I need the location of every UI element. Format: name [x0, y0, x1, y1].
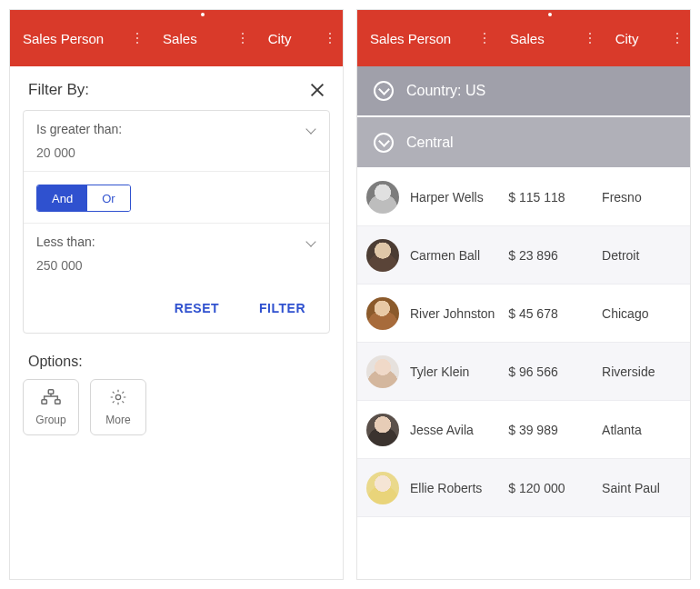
- active-indicator-icon: [548, 13, 552, 16]
- cell-sales-person: Jesse Avila: [357, 414, 503, 446]
- kebab-icon[interactable]: [477, 33, 497, 44]
- person-name: Harper Wells: [410, 190, 484, 205]
- svg-rect-2: [55, 400, 61, 404]
- group-row-region[interactable]: Central: [357, 117, 690, 168]
- logic-row: And Or: [24, 172, 329, 224]
- avatar: [366, 414, 399, 446]
- grid-panel: Sales Person Sales City Country: US Cent…: [356, 9, 691, 580]
- grid-header: Sales Person Sales City: [10, 10, 343, 66]
- expand-icon: [374, 81, 394, 101]
- filter-actions: RESET FILTER: [24, 284, 329, 333]
- options-title: Options:: [23, 350, 330, 379]
- option-buttons: Group More: [23, 379, 330, 435]
- person-name: Jesse Avila: [410, 423, 474, 437]
- person-name: River Johnston: [410, 306, 495, 321]
- logic-and-button[interactable]: And: [37, 185, 87, 211]
- table-row[interactable]: Ellie Roberts $ 120 000 Saint Paul: [357, 459, 690, 517]
- cell-sales: $ 115 118: [503, 190, 596, 205]
- group-icon: [41, 388, 61, 409]
- filter-header: Filter By:: [10, 66, 343, 110]
- gear-icon: [108, 388, 128, 409]
- group-button[interactable]: Group: [23, 379, 79, 435]
- avatar: [366, 239, 399, 272]
- avatar: [366, 181, 399, 214]
- avatar: [366, 297, 399, 330]
- grid-header: Sales Person Sales City: [357, 10, 690, 66]
- kebab-icon[interactable]: [670, 33, 690, 44]
- value-1-input[interactable]: 20 000: [24, 144, 329, 172]
- person-name: Ellie Roberts: [410, 481, 482, 495]
- value-2-input[interactable]: 250 000: [24, 256, 329, 284]
- cell-sales: $ 23 896: [503, 248, 596, 263]
- person-name: Carmen Ball: [410, 248, 480, 263]
- filter-body: Is greater than: 20 000 And Or Less than…: [23, 110, 330, 334]
- svg-rect-0: [48, 390, 54, 394]
- logic-toggle: And Or: [36, 185, 131, 212]
- filter-button[interactable]: FILTER: [254, 300, 311, 316]
- options-section: Options: Group: [10, 350, 343, 435]
- group-label: Country: US: [406, 83, 485, 99]
- cell-sales: $ 45 678: [503, 306, 596, 321]
- header-label: Sales Person: [357, 31, 472, 46]
- close-icon[interactable]: [310, 83, 325, 97]
- kebab-icon[interactable]: [583, 33, 603, 44]
- cell-city: Saint Paul: [596, 481, 690, 495]
- avatar: [366, 472, 399, 504]
- avatar: [366, 355, 399, 388]
- expand-icon: [374, 133, 394, 153]
- kebab-icon[interactable]: [130, 33, 150, 44]
- logic-or-button[interactable]: Or: [87, 185, 129, 211]
- active-indicator-icon: [201, 13, 205, 16]
- table-row[interactable]: Tyler Klein $ 96 566 Riverside: [357, 343, 690, 401]
- cell-sales-person: River Johnston: [357, 297, 503, 330]
- cell-city: Fresno: [596, 190, 690, 205]
- operator-2-label: Less than:: [36, 235, 95, 249]
- header-col-sales[interactable]: Sales: [497, 10, 603, 66]
- header-label: City: [603, 31, 665, 46]
- kebab-icon[interactable]: [235, 33, 255, 44]
- reset-button[interactable]: RESET: [169, 300, 225, 316]
- chevron-down-icon: [305, 236, 316, 247]
- header-col-sales-person[interactable]: Sales Person: [10, 10, 150, 66]
- chevron-down-icon: [305, 124, 316, 135]
- header-label: Sales Person: [10, 31, 125, 46]
- cell-sales-person: Tyler Klein: [357, 355, 503, 388]
- header-col-city[interactable]: City: [255, 10, 343, 66]
- kebab-icon[interactable]: [323, 33, 343, 44]
- cell-sales-person: Ellie Roberts: [357, 472, 503, 504]
- header-col-city[interactable]: City: [603, 10, 690, 66]
- table-row[interactable]: River Johnston $ 45 678 Chicago: [357, 285, 690, 343]
- table-row[interactable]: Harper Wells $ 115 118 Fresno: [357, 168, 690, 226]
- cell-city: Chicago: [596, 306, 690, 321]
- cell-city: Detroit: [596, 248, 690, 263]
- filter-title: Filter By:: [28, 81, 89, 99]
- cell-sales: $ 39 989: [503, 423, 596, 437]
- cell-sales-person: Harper Wells: [357, 181, 503, 214]
- operator-1-label: Is greater than:: [36, 122, 122, 136]
- table-row[interactable]: Carmen Ball $ 23 896 Detroit: [357, 226, 690, 285]
- person-name: Tyler Klein: [410, 364, 469, 379]
- operator-1-select[interactable]: Is greater than:: [24, 111, 329, 144]
- header-label: Sales: [497, 31, 577, 46]
- svg-rect-1: [42, 400, 47, 404]
- cell-sales: $ 96 566: [503, 364, 596, 379]
- svg-point-3: [115, 394, 120, 399]
- data-rows: Harper Wells $ 115 118 Fresno Carmen Bal…: [357, 168, 690, 579]
- header-label: City: [255, 31, 317, 46]
- header-col-sales-person[interactable]: Sales Person: [357, 10, 497, 66]
- cell-city: Riverside: [596, 364, 690, 379]
- header-label: Sales: [150, 31, 230, 46]
- cell-sales-person: Carmen Ball: [357, 239, 503, 272]
- more-label: More: [105, 414, 130, 426]
- group-row-country[interactable]: Country: US: [357, 66, 690, 117]
- cell-city: Atlanta: [596, 423, 690, 437]
- filter-panel: Sales Person Sales City Filter By: Is gr…: [9, 9, 344, 580]
- group-label: Central: [406, 135, 454, 151]
- more-button[interactable]: More: [90, 379, 146, 435]
- operator-2-select[interactable]: Less than:: [24, 224, 329, 256]
- header-col-sales[interactable]: Sales: [150, 10, 255, 66]
- cell-sales: $ 120 000: [503, 481, 596, 495]
- table-row[interactable]: Jesse Avila $ 39 989 Atlanta: [357, 401, 690, 459]
- group-label: Group: [35, 414, 65, 426]
